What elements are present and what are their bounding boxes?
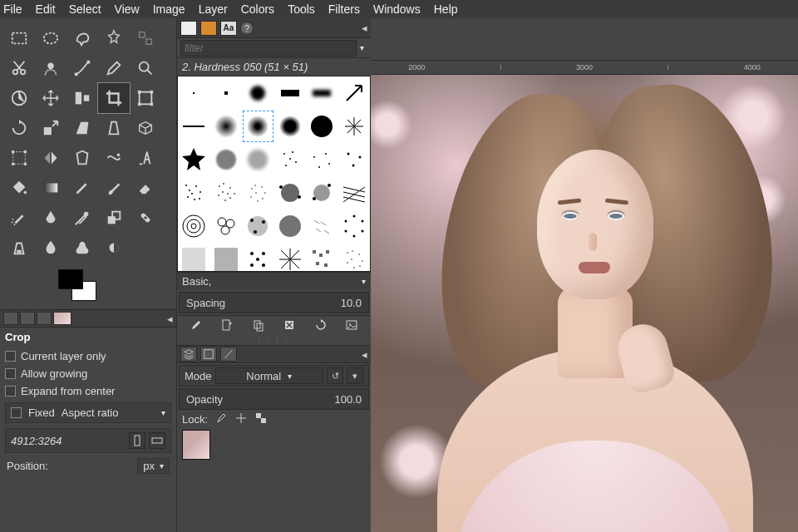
brush-noise-2[interactable] xyxy=(210,176,243,209)
airbrush-tool[interactable] xyxy=(3,203,35,233)
menu-file[interactable]: File xyxy=(3,2,22,16)
brush-hard-flat[interactable] xyxy=(274,76,307,110)
brush-texture-4[interactable] xyxy=(274,243,307,272)
mypaint-brush-tool[interactable] xyxy=(66,203,98,233)
chevron-down-icon[interactable]: ▾ xyxy=(357,43,367,52)
brush-scatter-1[interactable] xyxy=(242,209,274,243)
crop-tool[interactable] xyxy=(98,83,130,113)
mode-menu-button[interactable]: ▾ xyxy=(347,367,363,384)
fonts-tab[interactable]: Aa xyxy=(220,21,237,36)
menu-colors[interactable]: Colors xyxy=(241,2,274,16)
allow-growing-checkbox[interactable] xyxy=(5,368,16,379)
menu-windows[interactable]: Windows xyxy=(373,2,421,16)
text-tool[interactable] xyxy=(130,143,161,173)
brush-hardness-100[interactable] xyxy=(306,110,338,143)
warp-tool[interactable] xyxy=(98,143,130,173)
delete-brush-button[interactable] xyxy=(283,318,296,334)
current-layer-only-checkbox[interactable] xyxy=(5,351,16,362)
rotate-tool[interactable] xyxy=(3,113,35,143)
brush-collection-dropdown[interactable]: Basic, ▾ xyxy=(177,272,371,290)
tool-options-tab[interactable] xyxy=(3,312,18,325)
ratio-input[interactable]: 4912:3264 xyxy=(11,435,62,447)
gradient-tool[interactable] xyxy=(35,173,66,203)
foreground-select-tool[interactable] xyxy=(35,53,66,83)
shear-tool[interactable] xyxy=(66,113,98,143)
perspective-tool[interactable] xyxy=(98,113,130,143)
brush-soft-round[interactable] xyxy=(242,76,274,110)
brush-arrow[interactable] xyxy=(338,76,371,110)
brush-texture-3[interactable] xyxy=(242,243,274,272)
duplicate-brush-button[interactable] xyxy=(252,318,265,334)
brush-star[interactable] xyxy=(178,143,210,176)
scale-tool[interactable] xyxy=(35,113,66,143)
dodge-burn-tool[interactable] xyxy=(98,233,130,263)
expand-from-center-checkbox[interactable] xyxy=(5,386,16,397)
clone-tool[interactable] xyxy=(98,203,130,233)
menu-tools[interactable]: Tools xyxy=(288,2,315,16)
brush-crosshatch[interactable] xyxy=(338,176,371,209)
brush-sparse-3[interactable] xyxy=(338,143,371,176)
3d-transform-tool[interactable] xyxy=(130,113,161,143)
fixed-checkbox[interactable] xyxy=(11,407,22,418)
lock-position-button[interactable] xyxy=(234,411,248,427)
brush-chalk-2[interactable] xyxy=(242,143,274,176)
brush-noise-3[interactable] xyxy=(242,176,274,209)
portrait-orientation-button[interactable] xyxy=(129,432,145,449)
brush-texture-6[interactable] xyxy=(338,243,371,272)
flip-tool[interactable] xyxy=(35,143,66,173)
refresh-brushes-button[interactable] xyxy=(314,318,328,334)
smudge-tool[interactable] xyxy=(66,233,98,263)
new-brush-button[interactable] xyxy=(220,318,234,334)
brush-hardness-050[interactable] xyxy=(242,110,274,143)
free-select-tool[interactable] xyxy=(66,23,98,53)
brush-line[interactable] xyxy=(178,110,210,143)
layer-thumbnail[interactable] xyxy=(182,430,210,460)
pencil-tool[interactable] xyxy=(66,173,98,203)
ink-tool[interactable] xyxy=(35,203,66,233)
layers-tab[interactable] xyxy=(180,347,197,362)
dock-menu-icon[interactable]: ◂ xyxy=(362,22,367,34)
landscape-orientation-button[interactable] xyxy=(149,432,165,449)
brush-chalk-1[interactable] xyxy=(210,143,243,176)
rectangle-select-tool[interactable] xyxy=(3,23,35,53)
heal-tool[interactable] xyxy=(130,203,161,233)
paths-tool[interactable] xyxy=(66,53,98,83)
paths-panel-tab[interactable] xyxy=(220,347,237,362)
perspective-clone-tool[interactable] xyxy=(3,233,35,263)
device-status-tab[interactable] xyxy=(20,312,35,325)
open-as-image-button[interactable] xyxy=(345,318,358,334)
brush-spark[interactable] xyxy=(338,110,371,143)
menu-filters[interactable]: Filters xyxy=(328,2,360,16)
foreground-color-swatch[interactable] xyxy=(58,269,83,289)
brush-pixel-3[interactable] xyxy=(210,76,243,110)
unified-transform-tool[interactable] xyxy=(130,83,161,113)
channels-tab[interactable] xyxy=(200,347,217,362)
brush-soft-025[interactable] xyxy=(210,110,243,143)
brush-splat-2[interactable] xyxy=(306,176,338,209)
help-tab[interactable]: ? xyxy=(240,22,254,35)
undo-history-tab[interactable] xyxy=(37,312,52,325)
lock-alpha-button[interactable] xyxy=(254,411,268,427)
blend-mode-dropdown[interactable]: Normal ▾ xyxy=(215,367,323,384)
edit-brush-button[interactable] xyxy=(190,318,203,334)
select-by-color-tool[interactable] xyxy=(130,23,161,53)
align-tool[interactable] xyxy=(66,83,98,113)
eraser-tool[interactable] xyxy=(130,173,161,203)
brush-cell-2[interactable] xyxy=(210,209,243,243)
swap-colors-icon[interactable] xyxy=(52,289,60,298)
dock-menu-icon[interactable]: ◂ xyxy=(167,313,173,325)
brush-splat-1[interactable] xyxy=(274,176,307,209)
blur-tool[interactable] xyxy=(35,233,66,263)
brush-filter-input[interactable] xyxy=(180,40,357,57)
brush-pixel-1[interactable] xyxy=(178,76,210,110)
menu-view[interactable]: View xyxy=(115,2,140,16)
fixed-mode-dropdown[interactable]: Aspect ratio ▾ xyxy=(62,406,165,419)
patterns-tab[interactable] xyxy=(200,21,217,36)
brush-spacing-slider[interactable]: Spacing 10.0 xyxy=(179,292,369,313)
menu-edit[interactable]: Edit xyxy=(36,2,56,16)
menu-help[interactable]: Help xyxy=(434,2,458,16)
lock-pixels-button[interactable] xyxy=(214,411,228,427)
menu-select[interactable]: Select xyxy=(69,2,101,16)
brush-texture-1[interactable] xyxy=(178,243,210,272)
brushes-tab[interactable] xyxy=(180,21,197,36)
